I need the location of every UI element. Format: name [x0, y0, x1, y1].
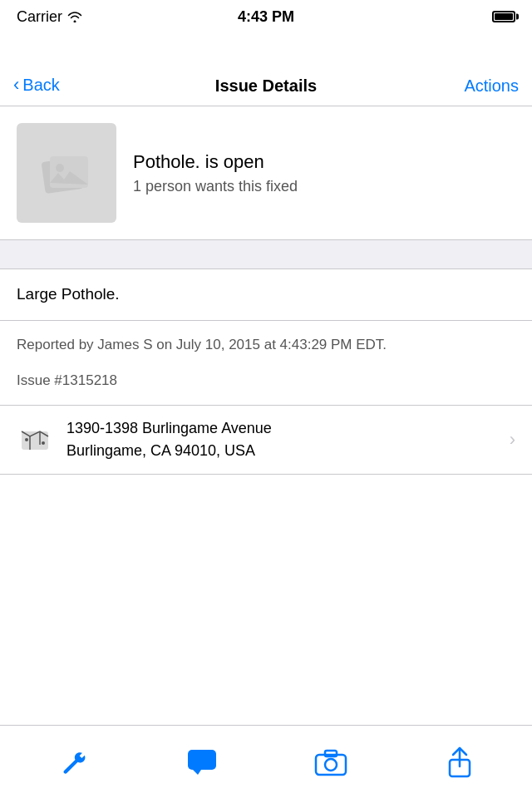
svg-rect-8	[188, 750, 216, 770]
map-icon	[17, 421, 53, 458]
svg-rect-10	[316, 755, 346, 775]
svg-point-2	[56, 164, 64, 172]
address-line2: Burlingame, CA 94010, USA	[66, 440, 496, 462]
status-time: 4:43 PM	[238, 8, 294, 26]
description-section: Large Pothole.	[0, 269, 532, 321]
page-title: Issue Details	[215, 76, 317, 96]
share-icon	[445, 746, 475, 778]
svg-point-6	[25, 438, 28, 441]
address-line1: 1390-1398 Burlingame Avenue	[66, 417, 496, 440]
address-text: 1390-1398 Burlingame Avenue Burlingame, …	[66, 417, 496, 462]
status-right	[492, 11, 515, 22]
address-chevron-icon: ›	[510, 429, 515, 451]
back-button[interactable]: ‹ Back	[13, 74, 60, 96]
status-bar: Carrier 4:43 PM	[0, 0, 532, 33]
back-chevron-icon: ‹	[13, 74, 19, 96]
svg-rect-12	[325, 751, 337, 756]
photo-placeholder-icon	[37, 148, 96, 198]
carrier-label: Carrier	[17, 8, 62, 26]
map-marker-icon	[18, 423, 52, 456]
content-area: Pothole. is open 1 person wants this fix…	[0, 106, 532, 475]
svg-marker-9	[193, 770, 201, 775]
back-label: Back	[22, 76, 59, 95]
issue-subtitle: 1 person wants this fixed	[133, 178, 515, 195]
tab-share[interactable]	[435, 737, 485, 787]
svg-point-11	[325, 759, 337, 771]
description-text: Large Pothole.	[17, 283, 515, 307]
issue-info: Pothole. is open 1 person wants this fix…	[133, 151, 515, 195]
wrench-icon	[58, 747, 88, 777]
address-row[interactable]: 1390-1398 Burlingame Avenue Burlingame, …	[0, 406, 532, 475]
wifi-icon	[67, 11, 82, 22]
carrier-info: Carrier	[17, 8, 82, 26]
report-info-text: Reported by James S on July 10, 2015 at …	[17, 334, 515, 356]
tab-comment[interactable]	[177, 737, 227, 787]
comment-icon	[186, 748, 218, 776]
tab-wrench[interactable]	[48, 737, 98, 787]
tab-camera[interactable]	[306, 737, 356, 787]
report-section: Reported by James S on July 10, 2015 at …	[0, 321, 532, 406]
issue-title: Pothole. is open	[133, 151, 515, 173]
issue-number-text: Issue #1315218	[17, 370, 515, 392]
svg-point-7	[42, 441, 45, 445]
actions-button[interactable]: Actions	[464, 76, 519, 96]
camera-icon	[314, 748, 347, 776]
battery-icon	[492, 11, 515, 22]
section-divider-1	[0, 239, 532, 269]
tab-bar	[0, 725, 532, 798]
nav-bar: ‹ Back Issue Details Actions	[0, 33, 532, 106]
issue-header: Pothole. is open 1 person wants this fix…	[0, 106, 532, 239]
issue-thumbnail	[17, 123, 116, 223]
